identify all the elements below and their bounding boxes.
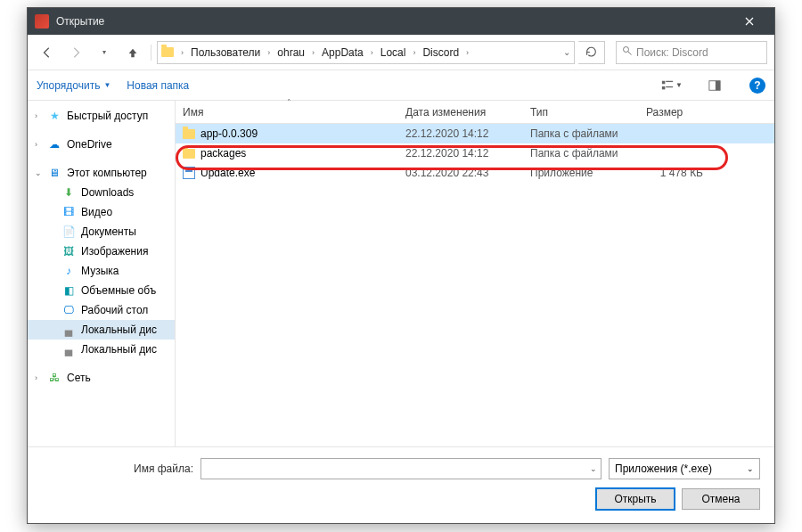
sidebar-drive-d[interactable]: ▄Локальный дис bbox=[28, 340, 175, 359]
back-button[interactable] bbox=[35, 40, 60, 65]
breadcrumb-seg[interactable]: AppData bbox=[318, 42, 367, 63]
sidebar-network[interactable]: ›🖧Сеть bbox=[28, 368, 175, 388]
chevron-right-icon: › bbox=[264, 48, 274, 57]
document-icon: 📄 bbox=[61, 225, 76, 239]
search-placeholder: Поиск: Discord bbox=[636, 46, 708, 59]
image-icon: 🖼 bbox=[61, 244, 76, 258]
sidebar-pictures[interactable]: 🖼Изображения bbox=[28, 241, 175, 261]
file-type-select[interactable]: Приложения (*.exe)⌄ bbox=[609, 458, 760, 479]
recent-dropdown[interactable]: ▾ bbox=[92, 40, 117, 65]
sidebar-documents[interactable]: 📄Документы bbox=[28, 222, 175, 241]
chevron-right-icon[interactable]: › bbox=[177, 48, 187, 57]
folder-icon bbox=[183, 149, 195, 159]
desktop-icon: 🖵 bbox=[61, 303, 76, 317]
sidebar-music[interactable]: ♪Музыка bbox=[28, 261, 175, 281]
file-row[interactable]: packages 22.12.2020 14:12 Папка с файлам… bbox=[176, 143, 774, 163]
main-area: ›★Быстрый доступ ›☁OneDrive ⌄🖥Этот компь… bbox=[28, 101, 774, 446]
breadcrumb: › Пользователи › ohrau › AppData › Local… bbox=[177, 42, 472, 63]
breadcrumb-seg[interactable]: Local bbox=[377, 42, 410, 63]
up-button[interactable] bbox=[120, 40, 145, 65]
svg-rect-1 bbox=[662, 80, 666, 84]
cube-icon: ◧ bbox=[61, 283, 76, 298]
search-input[interactable]: Поиск: Discord bbox=[616, 41, 767, 64]
sidebar-quick-access[interactable]: ›★Быстрый доступ bbox=[28, 106, 175, 126]
network-icon: 🖧 bbox=[47, 371, 61, 385]
drive-icon: ▄ bbox=[61, 323, 76, 337]
window-title: Открытие bbox=[56, 15, 732, 28]
breadcrumb-seg[interactable]: Пользователи bbox=[187, 42, 264, 63]
sidebar-3d-objects[interactable]: ◧Объемные объ bbox=[28, 281, 175, 300]
chevron-down-icon[interactable]: ⌄ bbox=[590, 464, 597, 473]
chevron-right-icon: › bbox=[367, 48, 377, 57]
filename-label: Имя файла: bbox=[42, 462, 193, 475]
chevron-right-icon: › bbox=[409, 48, 419, 57]
refresh-button[interactable] bbox=[578, 41, 605, 64]
help-button[interactable]: ? bbox=[749, 78, 765, 94]
address-bar[interactable]: › Пользователи › ohrau › AppData › Local… bbox=[157, 41, 575, 64]
breadcrumb-seg[interactable]: Discord bbox=[419, 42, 462, 63]
organize-button[interactable]: Упорядочить▼ bbox=[37, 79, 110, 92]
new-folder-button[interactable]: Новая папка bbox=[127, 79, 189, 92]
sidebar-desktop[interactable]: 🖵Рабочий стол bbox=[28, 300, 175, 320]
sidebar-drive-c[interactable]: ▄Локальный дис bbox=[28, 320, 175, 340]
cloud-icon: ☁ bbox=[47, 137, 61, 151]
breadcrumb-seg[interactable]: ohrau bbox=[274, 42, 308, 63]
sidebar: ›★Быстрый доступ ›☁OneDrive ⌄🖥Этот компь… bbox=[28, 101, 176, 446]
drive-icon: ▄ bbox=[61, 342, 76, 356]
forward-button[interactable] bbox=[63, 40, 88, 65]
preview-pane-button[interactable] bbox=[701, 75, 728, 96]
star-icon: ★ bbox=[47, 109, 61, 123]
download-icon: ⬇ bbox=[61, 185, 76, 200]
file-row[interactable]: app-0.0.309 22.12.2020 14:12 Папка с фай… bbox=[176, 124, 774, 143]
svg-rect-4 bbox=[666, 86, 673, 86]
view-options-button[interactable]: ▼ bbox=[659, 75, 685, 96]
search-icon bbox=[622, 45, 633, 59]
exe-icon bbox=[183, 167, 195, 179]
filename-input[interactable]: ⌄ bbox=[200, 458, 602, 479]
folder-icon bbox=[183, 129, 195, 139]
chevron-right-icon: › bbox=[308, 48, 318, 57]
music-icon: ♪ bbox=[61, 264, 76, 278]
col-date[interactable]: Дата изменения bbox=[398, 101, 523, 123]
file-list: ˄ Имя Дата изменения Тип Размер app-0.0.… bbox=[176, 101, 774, 446]
app-icon bbox=[35, 14, 49, 29]
col-type[interactable]: Тип bbox=[523, 101, 639, 123]
chevron-right-icon: › bbox=[462, 48, 472, 57]
sidebar-videos[interactable]: 🎞Видео bbox=[28, 202, 175, 222]
sidebar-this-pc[interactable]: ⌄🖥Этот компьютер bbox=[28, 163, 175, 183]
toolbar: Упорядочить▼ Новая папка ▼ ? bbox=[28, 70, 774, 101]
sidebar-downloads[interactable]: ⬇Downloads bbox=[28, 183, 175, 202]
file-open-dialog: Открытие ▾ › Пользователи › ohrau › AppD… bbox=[27, 7, 775, 524]
chevron-down-icon[interactable]: ⌄ bbox=[560, 47, 574, 57]
file-row[interactable]: Update.exe 03.12.2020 22:43 Приложение 1… bbox=[176, 163, 774, 183]
svg-rect-3 bbox=[662, 86, 666, 89]
svg-rect-2 bbox=[666, 80, 673, 81]
pc-icon: 🖥 bbox=[47, 166, 61, 180]
col-size[interactable]: Размер bbox=[639, 101, 710, 123]
cancel-button[interactable]: Отмена bbox=[682, 488, 760, 510]
video-icon: 🎞 bbox=[61, 205, 76, 219]
svg-point-0 bbox=[624, 47, 629, 53]
column-headers: ˄ Имя Дата изменения Тип Размер bbox=[176, 101, 774, 124]
footer: Имя файла: ⌄ Приложения (*.exe)⌄ Открыть… bbox=[28, 446, 774, 522]
sort-indicator-icon: ˄ bbox=[287, 98, 291, 107]
folder-icon bbox=[161, 47, 174, 57]
open-button[interactable]: Открыть bbox=[596, 488, 675, 510]
titlebar: Открытие bbox=[28, 8, 774, 35]
sidebar-onedrive[interactable]: ›☁OneDrive bbox=[28, 135, 175, 154]
svg-rect-6 bbox=[716, 80, 720, 90]
nav-row: ▾ › Пользователи › ohrau › AppData › Loc… bbox=[28, 35, 774, 70]
close-button[interactable] bbox=[732, 8, 767, 35]
